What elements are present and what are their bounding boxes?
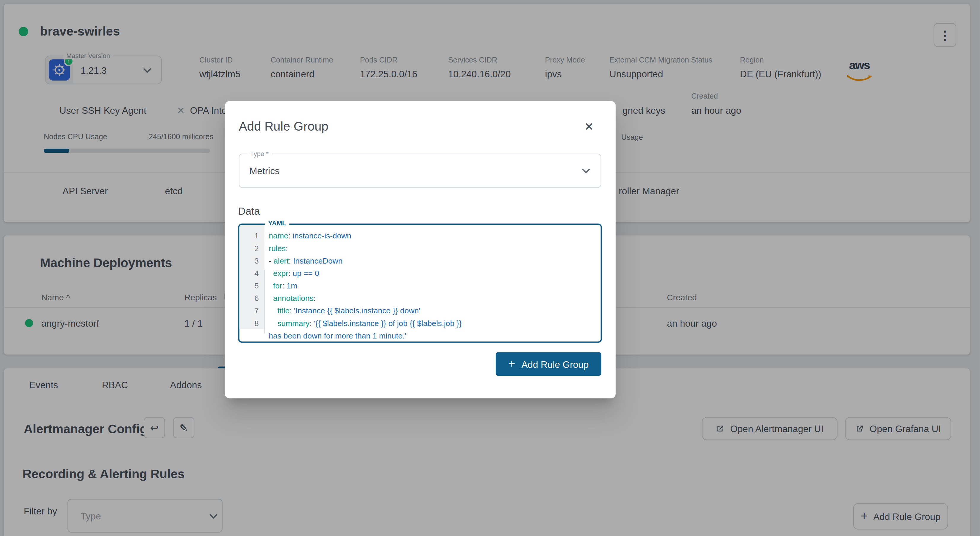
line-code: annotations: <box>264 292 316 305</box>
add-rule-group-dialog: Add Rule Group ✕ Type * Metrics Data YAM… <box>225 101 616 399</box>
code-line: 3- alert: InstanceDown <box>240 255 601 267</box>
line-code: title: 'Instance {{ $labels.instance }} … <box>264 305 420 317</box>
dialog-submit-label: Add Rule Group <box>522 358 589 369</box>
line-code: name: instance-is-down <box>264 230 351 242</box>
line-number <box>240 330 264 342</box>
line-code: summary: '{{ $labels.instance }} of job … <box>264 317 462 330</box>
line-number: 1 <box>240 230 264 242</box>
line-number: 5 <box>240 280 264 292</box>
line-number: 6 <box>240 292 264 305</box>
line-code: rules: <box>264 242 288 255</box>
line-number: 2 <box>240 242 264 255</box>
code-line: 2rules: <box>240 242 601 255</box>
data-section-label: Data <box>238 206 260 217</box>
code-line: 4 expr: up == 0 <box>240 267 601 279</box>
code-line: has been down for more than 1 minute.' <box>240 330 601 342</box>
line-number: 7 <box>240 305 264 317</box>
line-number: 3 <box>240 255 264 267</box>
code-line: 1name: instance-is-down <box>240 230 601 242</box>
yaml-editor[interactable]: YAML 1name: instance-is-down2rules:3- al… <box>238 224 602 343</box>
chevron-down-icon <box>582 165 590 173</box>
line-number: 8 <box>240 317 264 330</box>
line-code: expr: up == 0 <box>264 267 319 279</box>
dialog-add-rule-group-button[interactable]: + Add Rule Group <box>496 352 601 376</box>
dialog-title: Add Rule Group <box>239 119 328 133</box>
code-lines: 1name: instance-is-down2rules:3- alert: … <box>240 225 601 342</box>
app-root: brave-swirles ⋮ ↑ <box>0 0 980 536</box>
plus-icon: + <box>508 357 515 371</box>
code-line: 5 for: 1m <box>240 280 601 292</box>
type-select[interactable]: Type * Metrics <box>239 154 601 188</box>
line-code: - alert: InstanceDown <box>264 255 343 267</box>
code-line: 8 summary: '{{ $labels.instance }} of jo… <box>240 317 601 330</box>
line-code: for: 1m <box>264 280 298 292</box>
type-value: Metrics <box>249 165 280 176</box>
type-label: Type * <box>247 150 272 157</box>
code-line: 7 title: 'Instance {{ $labels.instance }… <box>240 305 601 317</box>
code-line: 6 annotations: <box>240 292 601 305</box>
line-code: has been down for more than 1 minute.' <box>264 330 406 342</box>
line-number: 4 <box>240 267 264 279</box>
close-icon[interactable]: ✕ <box>584 120 594 133</box>
